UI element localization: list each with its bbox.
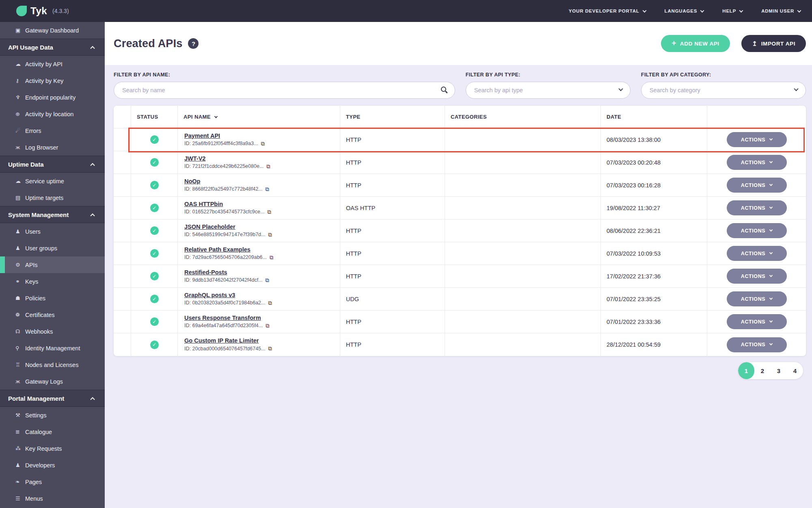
topnav-admin-user-label: ADMIN USER: [761, 9, 794, 13]
status-active-icon: ✓: [150, 204, 159, 212]
sidebar-item-activity-by-location[interactable]: ⊕Activity by location: [0, 106, 105, 122]
sidebar-item-errors[interactable]: ☄Errors: [0, 122, 105, 139]
copy-icon[interactable]: ⧉: [266, 322, 270, 329]
api-id-text: ID: 9ddb13d7462042f27042f4dcf...: [184, 277, 263, 283]
sidebar-item-label: Pages: [25, 479, 42, 485]
actions-button[interactable]: ACTIONS: [727, 269, 787, 284]
sidebar-section-portal-management[interactable]: Portal Management: [0, 390, 105, 407]
sidebar-item-service-uptime[interactable]: ☁Service uptime: [0, 173, 105, 189]
sidebar-item-pages[interactable]: ❧Pages: [0, 473, 105, 490]
actions-button[interactable]: ACTIONS: [727, 291, 787, 306]
api-categories-cell: [445, 128, 601, 151]
actions-cell: ACTIONS: [707, 219, 806, 242]
page-3[interactable]: 3: [771, 362, 787, 379]
api-name-link[interactable]: JSON Placeholder: [184, 224, 235, 230]
actions-button[interactable]: ACTIONS: [727, 314, 787, 329]
topnav-languages-label: LANGUAGES: [665, 9, 698, 13]
status-cell: ✓: [131, 310, 178, 333]
help-icon[interactable]: ?: [188, 38, 199, 49]
column-header-label: TYPE: [346, 114, 361, 120]
row-lead-cell: [114, 128, 131, 151]
copy-icon[interactable]: ⧉: [270, 254, 274, 261]
sidebar-item-identity-management[interactable]: ⚲Identity Management: [0, 340, 105, 356]
api-name-link[interactable]: Restified-Posts: [184, 269, 227, 276]
sidebar-item-menus[interactable]: ☰Menus: [0, 490, 105, 507]
import-api-button[interactable]: ↥ IMPORT API: [741, 35, 806, 52]
add-new-api-button[interactable]: + ADD NEW API: [661, 35, 730, 52]
topnav-languages[interactable]: LANGUAGES: [665, 9, 704, 13]
copy-icon[interactable]: ⧉: [261, 140, 265, 147]
topnav-your-developer-portal[interactable]: YOUR DEVELOPER PORTAL: [569, 9, 646, 13]
actions-button-label: ACTIONS: [741, 228, 765, 234]
sidebar-section-uptime-data[interactable]: Uptime Data: [0, 156, 105, 173]
api-name-link[interactable]: Payment API: [184, 132, 220, 139]
sidebar-item-gateway-dashboard[interactable]: ▣Gateway Dashboard: [0, 22, 105, 39]
api-name-link[interactable]: Users Response Transform: [184, 315, 261, 321]
sidebar-item-activity-by-key[interactable]: ⚷Activity by Key: [0, 72, 105, 89]
sidebar-item-catalogue[interactable]: ≣Catalogue: [0, 423, 105, 440]
actions-button[interactable]: ACTIONS: [727, 155, 787, 170]
sidebar-item-apis[interactable]: ⚙APIs: [0, 256, 105, 273]
page-2[interactable]: 2: [754, 362, 771, 379]
api-date-cell: 07/03/2023 00:20:48: [601, 151, 707, 174]
api-id-text: ID: 0b2038203a5d4f0c71984b6a2...: [184, 300, 265, 306]
topnav-help[interactable]: HELP: [722, 9, 743, 13]
actions-button[interactable]: ACTIONS: [727, 246, 787, 261]
actions-button[interactable]: ACTIONS: [727, 223, 787, 238]
tyk-logo[interactable]: Tyk (4.3.3): [16, 5, 69, 17]
copy-icon[interactable]: ⧉: [268, 345, 272, 352]
page-4[interactable]: 4: [787, 362, 803, 379]
bug-icon: ж: [15, 378, 25, 384]
api-name-link[interactable]: GraphQL posts v3: [184, 292, 235, 298]
search-by-name-input[interactable]: [114, 82, 455, 99]
sidebar-item-key-requests[interactable]: ⁂Key Requests: [0, 440, 105, 457]
api-id-text: ID: 546e885199c947147e7f39b7d...: [184, 232, 265, 237]
sidebar-item-settings[interactable]: ⚒Settings: [0, 407, 105, 423]
sidebar-item-log-browser[interactable]: жLog Browser: [0, 139, 105, 156]
actions-button-label: ACTIONS: [741, 251, 765, 256]
api-category-select[interactable]: Search by category: [641, 82, 806, 99]
copy-icon[interactable]: ⧉: [267, 208, 271, 215]
copy-icon[interactable]: ⧉: [268, 231, 272, 238]
actions-button[interactable]: ACTIONS: [727, 178, 787, 193]
sidebar-item-endpoint-popularity[interactable]: ♆Endpoint popularity: [0, 89, 105, 106]
actions-button[interactable]: ACTIONS: [727, 132, 787, 147]
sidebar-item-nodes-and-licenses[interactable]: ♖Nodes and Licenses: [0, 356, 105, 373]
sidebar-item-webhooks[interactable]: ☊Webhooks: [0, 323, 105, 340]
sidebar-section-system-management[interactable]: System Management: [0, 206, 105, 223]
search-icon[interactable]: [441, 87, 447, 93]
copy-icon[interactable]: ⧉: [268, 300, 272, 306]
sidebar-item-developers[interactable]: ♟Developers: [0, 457, 105, 473]
column-header-api-name[interactable]: API NAME: [178, 106, 340, 128]
actions-button[interactable]: ACTIONS: [727, 337, 787, 352]
api-name-link[interactable]: OAS HTTPbin: [184, 201, 223, 207]
api-name-link[interactable]: NoOp: [184, 178, 200, 185]
sidebar: ▣Gateway DashboardAPI Usage Data☁Activit…: [0, 22, 105, 508]
sidebar-item-user-groups[interactable]: ♟User groups: [0, 240, 105, 256]
certificate-icon: ❁: [15, 312, 25, 318]
sidebar-item-gateway-logs[interactable]: жGateway Logs: [0, 373, 105, 390]
api-name-link[interactable]: Relative Path Examples: [184, 246, 251, 253]
sidebar-item-certificates[interactable]: ❁Certificates: [0, 306, 105, 323]
api-name-link[interactable]: Go Custom IP Rate Limiter: [184, 337, 259, 344]
api-categories-cell: [445, 265, 601, 288]
sidebar-item-keys[interactable]: ⚭Keys: [0, 273, 105, 290]
topnav-admin-user[interactable]: ADMIN USER: [761, 9, 801, 13]
sidebar-item-label: Policies: [25, 295, 45, 302]
api-name-link[interactable]: JWT-V2: [184, 155, 205, 162]
copy-icon[interactable]: ⧉: [266, 186, 270, 193]
actions-button[interactable]: ACTIONS: [727, 200, 787, 215]
page-1[interactable]: 1: [738, 362, 754, 379]
sidebar-item-uptime-targets[interactable]: ▤Uptime targets: [0, 189, 105, 206]
row-lead-cell: [114, 288, 131, 310]
sidebar-section-api-usage-data[interactable]: API Usage Data: [0, 39, 105, 56]
sidebar-item-policies[interactable]: ☗Policies: [0, 290, 105, 306]
copy-icon[interactable]: ⧉: [266, 277, 270, 284]
paw-icon: ⁂: [15, 445, 25, 452]
api-type-select[interactable]: Search by api type: [466, 82, 631, 99]
sidebar-item-users[interactable]: ♟Users: [0, 223, 105, 240]
sidebar-item-activity-by-api[interactable]: ☁Activity by API: [0, 56, 105, 72]
copy-icon[interactable]: ⧉: [266, 163, 270, 170]
row-lead-cell: [114, 242, 131, 265]
api-date-cell: 07/03/2023 00:16:28: [601, 174, 707, 197]
